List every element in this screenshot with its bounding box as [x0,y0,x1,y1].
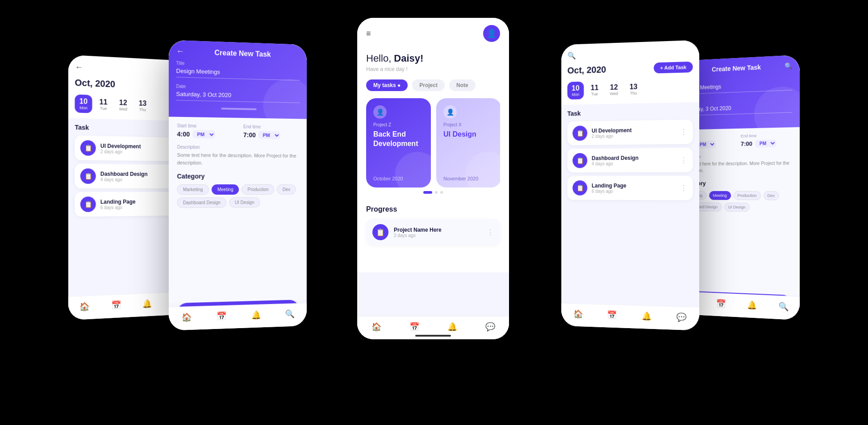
tab-project[interactable]: Project [412,79,445,91]
carousel-dots [366,191,500,194]
bell-nav-icon[interactable]: 🔔 [447,322,457,332]
phone-right: 🔍 Oct, 2020 + Add Task 10 Mon 11 Tue [561,40,699,331]
tag-marketing[interactable]: Marketing [177,184,209,195]
progress-item[interactable]: 📋 Project Name Here 2 days ago ⋮ [366,219,500,246]
home-nav-icon[interactable]: 🏠 [181,312,191,322]
description-field: Description Some text here for the descr… [177,145,299,167]
description-label: Description [177,145,299,151]
greeting-text: Hello, Daisy! [366,53,500,64]
search-nav-icon[interactable]: 🔍 [779,301,789,312]
home-nav-icon[interactable]: 🏠 [371,322,381,332]
center-header: ≡ 👤 [357,18,509,48]
calendar-nav-icon[interactable]: 📅 [409,322,419,332]
home-nav-icon[interactable]: 🏠 [79,301,90,312]
tag-production[interactable]: Production [734,191,761,200]
day-10[interactable]: 10 Mon [568,82,584,100]
description-text[interactable]: Some text here for the description. More… [177,151,299,167]
task-menu-icon[interactable]: ⋮ [680,128,687,136]
project-avatar: 👤 [373,105,387,119]
end-time-value: 7:00 [741,140,752,147]
bell-nav-icon[interactable]: 🔔 [142,299,152,309]
avatar[interactable]: 👤 [483,25,500,42]
create-task-header: ← Create New Task Title Design Meetings … [169,40,307,119]
progress-menu-icon[interactable]: ⋮ [487,228,494,237]
create-task-title: Create New Task [712,63,761,73]
end-time-period-select[interactable]: PM AM [259,131,280,139]
screen-left: ← Create New Task Title Design Meetings … [169,40,307,331]
project-sub: Project X [443,122,494,127]
task-clipboard-icon: 📋 [84,172,92,179]
clipboard-icon: 📋 [576,184,584,192]
start-time-period-select[interactable]: PM AM [192,130,215,139]
day-10[interactable]: 10 Mon [75,94,92,113]
dot-1[interactable] [423,191,432,194]
task-item[interactable]: 📋 UI Development 2 days ago ⋮ [568,120,693,146]
search-icon[interactable]: 🔍 [568,51,576,60]
tag-production[interactable]: Production [242,184,274,195]
day-12[interactable]: 12 Wed [115,96,132,114]
progress-section: Progress 📋 Project Name Here 2 days ago … [357,205,509,272]
user-name: Daisy! [394,53,423,64]
bell-nav-icon[interactable]: 🔔 [747,300,757,310]
end-time-period-select[interactable]: PM [755,139,776,147]
clipboard-icon: 📋 [576,157,584,164]
task-menu-icon[interactable]: ⋮ [680,183,687,192]
day-13[interactable]: 13 Thu [134,96,151,115]
task-item[interactable]: 📋 Landing Page 6 days ago ⋮ [568,176,693,200]
tag-dev[interactable]: Dev [277,184,296,195]
back-icon[interactable]: ← [176,46,184,56]
start-time-value: 4:00 [177,130,190,138]
add-task-button[interactable]: + Add Task [654,62,693,74]
project-card-ui[interactable]: 👤 Project X UI Design November 2020 [436,98,500,188]
menu-icon[interactable]: ≡ [366,29,371,38]
day-11[interactable]: 11 Tue [95,95,112,114]
project-name: UI Design [443,130,494,139]
category-section: Category Marketing Meeting Production De… [177,173,299,208]
search-icon[interactable]: 🔍 [785,62,793,70]
task-menu-icon[interactable]: ⋮ [680,156,687,164]
task-tabs: My tasks ● Project Note [366,79,500,91]
day-13[interactable]: 13 Thu [625,80,642,98]
task-title: Task [568,108,693,117]
calendar-nav-icon[interactable]: 📅 [607,310,617,320]
calendar-days: 10 Mon 11 Tue 12 Wed 13 Thu [568,79,693,100]
back-icon[interactable]: ← [75,62,83,72]
day-11[interactable]: 11 Tue [586,81,603,100]
title-input[interactable]: Design Meetings [176,67,300,81]
greeting-subtitle: Have a nice day ! [366,66,500,72]
tag-ui-design[interactable]: UI Design [724,203,750,212]
project-month: November 2020 [443,176,478,181]
tab-note[interactable]: Note [449,79,476,91]
task-clipboard-icon: 📋 [84,144,92,152]
project-month: October 2020 [373,176,403,181]
calendar-nav-icon[interactable]: 📅 [716,299,726,309]
tag-ui-design[interactable]: UI Design [229,197,260,208]
project-avatar: 👤 [443,105,457,119]
project-name: Back End Development [373,130,424,149]
progress-title: Progress [366,205,500,213]
task-section: Task 📋 UI Development 2 days ago ⋮ 📋 Das… [561,102,699,209]
dot-3[interactable] [440,191,443,194]
project-card-backend[interactable]: 👤 Project Z Back End Development October… [366,98,431,188]
chat-nav-icon[interactable]: 💬 [676,312,686,322]
tag-meeting[interactable]: Meeting [709,191,731,200]
dot-2[interactable] [435,191,438,194]
home-nav-icon[interactable]: 🏠 [573,309,583,319]
tag-meeting[interactable]: Meeting [212,184,239,195]
tag-dashboard[interactable]: Dashboard Design [177,197,226,208]
calendar-nav-icon[interactable]: 📅 [217,311,226,321]
category-title: Category [177,173,299,180]
chat-nav-icon[interactable]: 💬 [485,322,495,332]
tag-dev[interactable]: Dev [764,191,779,200]
greeting-section: Hello, Daisy! Have a nice day ! My tasks… [357,48,509,205]
day-12[interactable]: 12 Wed [605,80,622,99]
tab-my-tasks[interactable]: My tasks ● [366,79,408,91]
category-tags: Marketing Meeting Production Dev Dashboa… [177,184,299,208]
calendar-nav-icon[interactable]: 📅 [111,300,121,310]
task-item[interactable]: 📋 Dashboard Design 4 days ago ⋮ [568,148,693,173]
bell-nav-icon[interactable]: 🔔 [251,310,261,320]
bell-nav-icon[interactable]: 🔔 [642,311,651,321]
form-body: Start time 4:00 PM AM End time 7:00 [169,117,307,303]
search-nav-icon[interactable]: 🔍 [285,309,295,319]
end-time-value: 7:00 [243,131,256,138]
